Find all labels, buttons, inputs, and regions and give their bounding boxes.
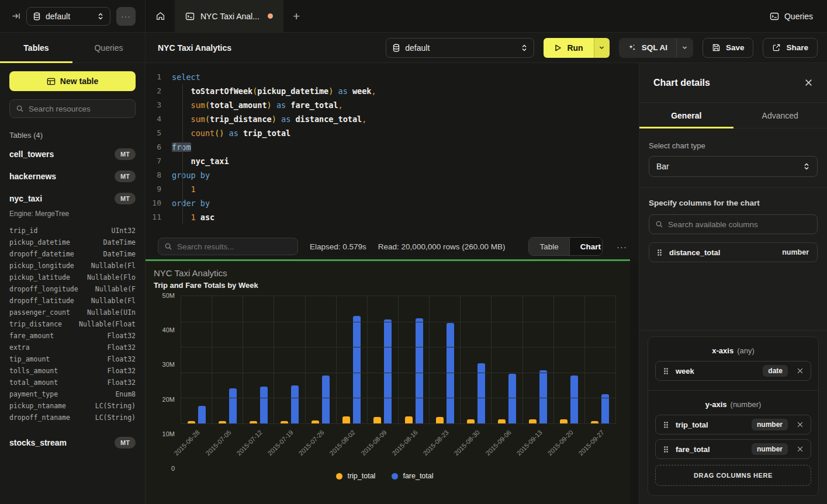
results-search-input[interactable] — [177, 242, 292, 251]
legend-item-fare_total[interactable]: fare_total — [392, 472, 433, 480]
remove-column-icon[interactable] — [795, 444, 805, 454]
code-line: 8group by — [146, 168, 639, 182]
bar-group[interactable] — [243, 296, 274, 423]
bar-trip_total[interactable] — [591, 421, 598, 423]
home-button[interactable] — [146, 0, 175, 32]
bar-group[interactable] — [430, 296, 461, 423]
bar-trip_total[interactable] — [373, 417, 381, 423]
drag-handle-icon[interactable] — [663, 446, 669, 453]
column-chip-distance_total[interactable]: distance_totalnumber — [649, 242, 818, 262]
bar-trip_total[interactable] — [188, 421, 195, 423]
bar-trip_total[interactable] — [312, 420, 319, 423]
bar-group[interactable] — [368, 296, 399, 423]
run-button[interactable]: Run — [544, 38, 609, 58]
new-tab-button[interactable]: + — [283, 0, 309, 32]
bar-trip_total[interactable] — [219, 421, 226, 423]
column-type: Enum8 — [115, 388, 136, 400]
bar-trip_total[interactable] — [342, 416, 350, 423]
sql-editor[interactable]: 1select2 toStartOfWeek(pickup_datetime) … — [146, 63, 639, 234]
bar-group[interactable] — [337, 296, 368, 423]
legend-item-trip_total[interactable]: trip_total — [336, 472, 375, 480]
tab-tables[interactable]: Tables — [0, 33, 72, 62]
bar-fare_total[interactable] — [539, 370, 547, 423]
tab-general[interactable]: General — [639, 103, 733, 128]
bar-chart-plot[interactable] — [181, 296, 616, 424]
bar-trip_total[interactable] — [281, 421, 288, 423]
remove-column-icon[interactable] — [795, 420, 805, 429]
bar-trip_total[interactable] — [529, 419, 537, 423]
bar-fare_total[interactable] — [229, 388, 237, 423]
bar-fare_total[interactable] — [384, 319, 392, 423]
bar-group[interactable] — [212, 296, 243, 423]
chart-view-button[interactable]: Chart — [569, 238, 603, 255]
bar-trip_total[interactable] — [560, 419, 568, 423]
sidebar-more-button[interactable]: ··· — [116, 7, 136, 26]
collapse-sidebar-icon[interactable] — [12, 12, 20, 20]
bar-fare_total[interactable] — [322, 376, 330, 423]
drag-handle-icon[interactable] — [663, 421, 669, 429]
chart-panel: NYC Taxi Analytics Trip and Fare Totals … — [146, 259, 630, 504]
drag-handle-icon[interactable] — [656, 249, 663, 256]
save-label: Save — [726, 43, 745, 52]
table-item-nyc-taxi[interactable]: nyc_taxi MT — [0, 187, 145, 210]
code-text: select — [172, 70, 200, 84]
columns-search[interactable] — [649, 214, 818, 234]
tab-queries[interactable]: Queries — [72, 33, 145, 62]
bar-fare_total[interactable] — [198, 406, 206, 423]
bar-group[interactable] — [274, 296, 305, 423]
remove-column-icon[interactable] — [795, 366, 805, 376]
bar-fare_total[interactable] — [570, 376, 578, 423]
bar-trip_total[interactable] — [250, 421, 257, 423]
sql-ai-button[interactable]: SQL AI — [619, 38, 693, 58]
bar-group[interactable] — [181, 296, 212, 423]
drag-handle-icon[interactable] — [663, 367, 669, 375]
engine-badge: MT — [115, 148, 136, 160]
table-view-button[interactable]: Table — [529, 238, 569, 255]
bar-group[interactable] — [523, 296, 554, 423]
code-text: group by — [172, 168, 210, 182]
bar-trip_total[interactable] — [436, 417, 444, 423]
queries-button[interactable]: Queries — [770, 0, 813, 32]
bar-fare_total[interactable] — [260, 387, 268, 423]
table-item-hackernews[interactable]: hackernews MT — [0, 165, 145, 187]
share-button[interactable]: Share — [763, 38, 818, 58]
run-options-chevron[interactable] — [594, 38, 610, 58]
bar-group[interactable] — [554, 296, 585, 423]
sql-ai-chevron[interactable] — [676, 38, 693, 58]
bar-fare_total[interactable] — [416, 318, 423, 423]
bar-fare_total[interactable] — [291, 385, 299, 423]
chart-type-select[interactable]: Bar — [649, 156, 818, 177]
save-button[interactable]: Save — [703, 38, 754, 58]
close-icon[interactable] — [804, 78, 813, 87]
drag-columns-dropzone[interactable]: DRAG COLUMNS HERE — [655, 465, 811, 486]
bar-trip_total[interactable] — [467, 419, 475, 423]
bar-fare_total[interactable] — [601, 394, 609, 423]
tab-advanced[interactable]: Advanced — [733, 103, 827, 128]
table-item-cell-towers[interactable]: cell_towers MT — [0, 143, 145, 165]
bar-trip_total[interactable] — [405, 416, 413, 423]
bar-group[interactable] — [585, 296, 615, 423]
new-table-button[interactable]: New table — [9, 71, 136, 91]
database-selector[interactable]: default — [26, 7, 110, 26]
code-line: 7 nyc_taxi — [146, 154, 639, 168]
sidebar-search[interactable] — [9, 99, 136, 118]
bar-group[interactable] — [399, 296, 430, 423]
bar-fare_total[interactable] — [353, 316, 361, 423]
results-more-button[interactable]: ··· — [614, 242, 629, 252]
sidebar-search-input[interactable] — [29, 105, 129, 113]
run-database-selector[interactable]: default — [386, 38, 534, 58]
column-chip-week[interactable]: weekdate — [655, 361, 811, 381]
bar-fare_total[interactable] — [508, 374, 516, 423]
table-item-stocks-stream[interactable]: stocks_stream MT — [0, 432, 145, 454]
column-chip-fare_total[interactable]: fare_totalnumber — [655, 439, 811, 459]
bar-trip_total[interactable] — [498, 419, 506, 423]
bar-fare_total[interactable] — [447, 323, 454, 423]
bar-group[interactable] — [492, 296, 523, 423]
query-tab[interactable]: NYC Taxi Anal... — [175, 0, 283, 32]
column-chip-trip_total[interactable]: trip_totalnumber — [655, 415, 811, 435]
columns-search-input[interactable] — [668, 220, 811, 229]
bar-group[interactable] — [461, 296, 492, 423]
sparkles-icon — [628, 43, 636, 52]
bar-group[interactable] — [306, 296, 337, 423]
results-search[interactable] — [158, 238, 298, 255]
